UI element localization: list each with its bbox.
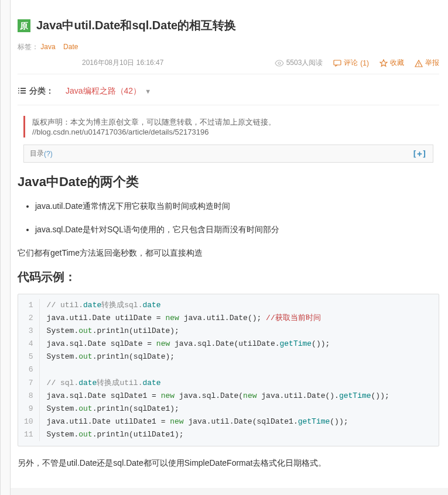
line-number: 7	[24, 377, 33, 390]
tags-label: 标签：	[18, 43, 39, 51]
code-line	[47, 363, 433, 376]
article-body: Java中Date的两个类 java.util.Date通常情况下用它获取当前时…	[18, 173, 439, 469]
toc-box[interactable]: 目录(?) [+]	[23, 145, 433, 163]
line-number: 1	[24, 299, 33, 312]
svg-rect-5	[20, 88, 26, 89]
favorite-label: 收藏	[390, 58, 404, 68]
svg-point-6	[18, 90, 19, 91]
category-label: 分类：	[18, 86, 54, 97]
section-heading: Java中Date的两个类	[18, 173, 439, 191]
code-lines: // util.date转换成sql.datejava.util.Date ut…	[40, 299, 433, 441]
tag-link[interactable]: Java	[40, 43, 55, 51]
code-line: System.out.println(utilDate);	[47, 325, 433, 338]
line-number: 6	[24, 363, 33, 376]
code-line: java.util.Date utilDate1 = new java.util…	[47, 415, 433, 428]
line-number: 3	[24, 325, 33, 338]
code-line: System.out.println(sqlDate);	[47, 350, 433, 363]
line-number: 8	[24, 390, 33, 403]
svg-point-4	[18, 88, 19, 89]
copyright-url[interactable]: //blog.csdn.net/u014717036/article/detai…	[32, 128, 208, 136]
chevron-down-icon[interactable]: ▼	[145, 88, 151, 95]
title-row: 原 Java中util.Date和sql.Date的相互转换	[18, 18, 439, 33]
code-line: System.out.println(sqlDate1);	[47, 403, 433, 415]
comment-icon	[333, 59, 341, 67]
publish-date: 2016年08月10日 16:16:47	[18, 58, 264, 68]
code-line: java.util.Date utilDate = new java.util.…	[47, 312, 433, 325]
comments-label: 评论	[344, 58, 358, 68]
code-line: // util.date转换成sql.date	[47, 299, 433, 312]
code-line: java.sql.Date sqlDate1 = new java.sql.Da…	[47, 390, 433, 403]
toc-expand[interactable]: [+]	[412, 149, 427, 159]
line-number: 5	[24, 350, 33, 363]
section-heading: 代码示例：	[18, 269, 439, 285]
svg-rect-7	[20, 90, 26, 91]
report-label: 举报	[425, 58, 439, 68]
bullet-list: java.util.Date通常情况下用它获取当前时间或构造时间 java.sq…	[35, 201, 439, 235]
category-label-text: 分类：	[29, 86, 54, 97]
toc-help[interactable]: (?)	[44, 150, 53, 158]
meta-row: 2016年08月10日 16:16:47 5503人阅读 评论(1) 收藏	[18, 58, 439, 74]
code-line: java.sql.Date sqlDate = new java.sql.Dat…	[47, 338, 433, 350]
list-icon	[18, 87, 26, 96]
line-number: 11	[24, 428, 33, 441]
svg-point-0	[278, 62, 281, 64]
code-line: // sql.date转换成util.date	[47, 377, 433, 390]
code-gutter: 1234567891011	[18, 299, 40, 441]
category-link[interactable]: Java编程之路（42）	[66, 86, 141, 97]
star-icon	[379, 59, 388, 67]
paragraph: 另外，不管是util.Date还是sql.Date都可以使用SimpleDate…	[18, 458, 439, 469]
code-block: 1234567891011 // util.date转换成sql.datejav…	[18, 294, 439, 446]
report-link[interactable]: 举报	[415, 58, 439, 68]
warn-icon	[415, 59, 423, 67]
paragraph: 它们都有getTime方法返回毫秒数，都可以直接构造	[18, 248, 439, 259]
line-number: 2	[24, 312, 33, 325]
copyright-text: 版权声明：本文为博主原创文章，可以随意转载，不过请加上原文链接。	[32, 118, 276, 126]
article-title: Java中util.Date和sql.Date的相互转换	[36, 18, 236, 33]
list-item: java.util.Date通常情况下用它获取当前时间或构造时间	[35, 201, 439, 212]
views-count: 5503人阅读	[286, 58, 323, 68]
code-line: System.out.println(utilDate1);	[47, 428, 433, 441]
comments-link[interactable]: 评论(1)	[333, 58, 369, 68]
tags-row: 标签： Java Date	[18, 42, 439, 52]
svg-rect-1	[334, 60, 341, 65]
category-row: 分类： Java编程之路（42） ▼	[18, 81, 439, 105]
tag-link[interactable]: Date	[63, 43, 78, 51]
views: 5503人阅读	[275, 58, 323, 68]
toc-label: 目录	[30, 149, 44, 159]
copyright-notice: 版权声明：本文为博主原创文章，可以随意转载，不过请加上原文链接。 //blog.…	[23, 116, 433, 138]
eye-icon	[275, 59, 284, 67]
svg-rect-9	[20, 92, 26, 94]
line-number: 9	[24, 403, 33, 415]
line-number: 10	[24, 415, 33, 428]
list-item: java.sql.Date是针对SQL语句使用的，它只包含日期而没有时间部分	[35, 225, 439, 235]
favorite-link[interactable]: 收藏	[379, 58, 404, 68]
svg-point-8	[18, 92, 19, 94]
line-number: 4	[24, 338, 33, 350]
original-badge: 原	[18, 19, 30, 32]
comments-count: (1)	[360, 59, 369, 67]
svg-point-3	[418, 65, 419, 66]
